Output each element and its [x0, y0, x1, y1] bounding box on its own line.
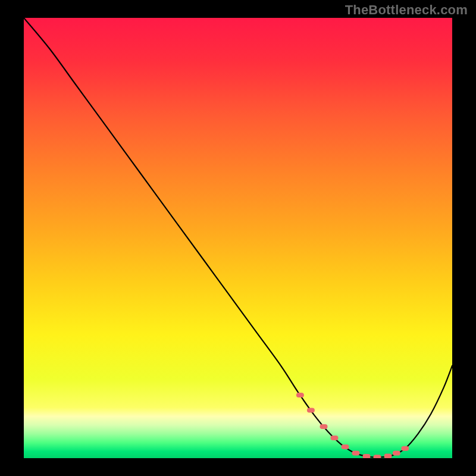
optimal-range-marker — [374, 455, 381, 459]
plot-background — [24, 18, 452, 458]
optimal-range-marker — [320, 424, 328, 429]
optimal-range-marker — [331, 436, 339, 440]
optimal-range-marker — [363, 454, 371, 459]
chart-frame: TheBottleneck.com — [0, 0, 476, 476]
optimal-range-marker — [352, 450, 360, 455]
optimal-range-marker — [307, 408, 315, 413]
optimal-range-marker — [384, 454, 392, 459]
optimal-range-marker — [296, 393, 304, 397]
optimal-range-marker — [393, 451, 400, 456]
optimal-range-marker — [401, 446, 409, 451]
optimal-range-marker — [342, 444, 349, 449]
bottleneck-chart — [0, 0, 476, 476]
